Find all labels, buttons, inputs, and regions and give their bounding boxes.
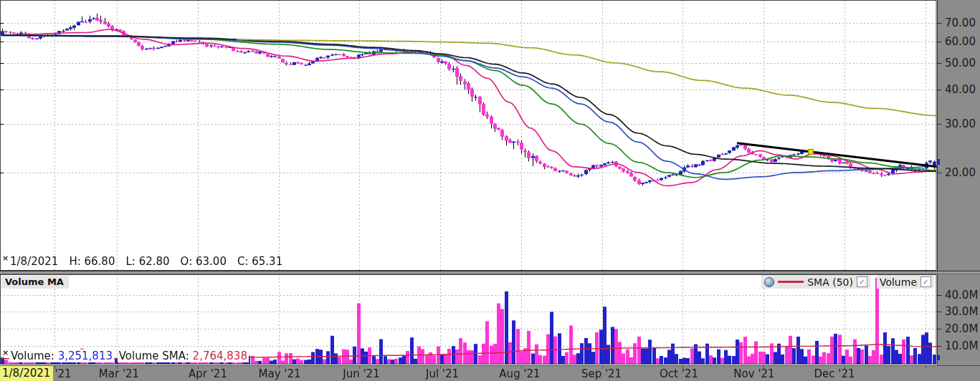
price-axis-tick	[938, 90, 941, 90]
volume-legend: SMA (50) ✓ Volume ✓	[761, 275, 934, 289]
price-axis-label: 60.00	[945, 35, 976, 48]
volume-axis-label: 20.0M	[945, 322, 978, 335]
month-tick	[845, 366, 845, 369]
price-axis-tick	[938, 173, 941, 173]
sma-check-icon[interactable]: ✓	[857, 276, 867, 287]
ohlc-high: H: 66.80	[69, 255, 115, 269]
stock-chart-app: 70.0060.0050.0040.0030.0020.0040.0M30.0M…	[0, 0, 980, 381]
volume-axis-label: 40.0M	[945, 289, 978, 302]
month-tick	[54, 366, 55, 369]
last-price-marker	[937, 159, 940, 165]
globe-icon	[764, 277, 774, 287]
volume-readout: Volume: 3,251,813 Volume SMA: 2,764,838	[9, 349, 249, 362]
sma-line-swatch	[778, 281, 804, 283]
price-axis-label: 70.00	[945, 16, 976, 29]
volume-axis-tick	[938, 295, 941, 296]
price-axis[interactable]: 70.0060.0050.0040.0030.0020.0040.0M30.0M…	[937, 0, 980, 365]
month-tick	[521, 366, 522, 369]
sma-legend-chip[interactable]: SMA (50) ✓	[761, 275, 870, 289]
volume-check-icon[interactable]: ✓	[920, 276, 931, 287]
sma-legend-label: SMA (50)	[807, 276, 853, 288]
volume-axis-tick	[938, 346, 941, 347]
month-label: Dec '21	[814, 367, 855, 380]
month-label: Nov '21	[733, 367, 774, 380]
month-label: Aug '21	[499, 367, 540, 380]
price-axis-tick	[938, 23, 941, 24]
month-label: Sep '21	[581, 367, 622, 380]
volume-legend-chip[interactable]: Volume ✓	[877, 275, 934, 289]
volume-value: Volume: 3,251,813	[9, 349, 114, 362]
volume-axis-tick	[938, 312, 941, 312]
month-tick	[198, 366, 199, 369]
price-axis-tick	[938, 63, 941, 64]
ohlc-low: L: 62.80	[125, 255, 169, 269]
last-volume-marker	[937, 355, 940, 360]
x-axis[interactable]: 1/8/2021 '21Mar '21Apr '21May '21Jun '21…	[0, 365, 980, 381]
month-label: '21	[54, 367, 71, 380]
month-tick	[279, 366, 280, 369]
month-tick	[440, 366, 441, 369]
month-label: Mar '21	[99, 367, 139, 380]
month-tick	[763, 366, 764, 369]
dismiss-ohlc-button[interactable]: ×	[2, 254, 9, 262]
price-axis-tick	[938, 124, 941, 125]
price-volume-chart[interactable]	[0, 0, 937, 365]
price-axis-tick	[938, 42, 941, 42]
ohlc-close: C: 65.31	[237, 255, 282, 269]
month-tick	[117, 366, 118, 369]
month-tick	[926, 366, 926, 369]
month-label: Jun '21	[343, 367, 379, 380]
ohlc-open: O: 63.00	[181, 255, 227, 269]
price-axis-label: 50.00	[945, 57, 976, 69]
month-label: Jul '21	[426, 367, 459, 380]
volume-sma-value: Volume SMA: 2,764,838	[118, 349, 249, 362]
selected-date-chip: 1/8/2021	[0, 366, 53, 381]
price-axis-label: 40.00	[945, 83, 976, 96]
volume-panel-title: Volume MA	[1, 276, 69, 289]
month-tick	[682, 366, 683, 369]
month-label: Oct '21	[660, 367, 698, 380]
volume-axis-label: 10.0M	[945, 339, 978, 352]
price-axis-label: 20.00	[945, 166, 976, 179]
month-tick	[602, 366, 603, 369]
volume-legend-label: Volume	[880, 276, 917, 288]
price-axis-label: 30.00	[945, 117, 976, 130]
volume-axis-label: 30.0M	[945, 305, 978, 318]
month-label: May '21	[259, 367, 301, 380]
month-label: Apr '21	[189, 367, 227, 380]
month-tick	[359, 366, 360, 369]
volume-axis-tick	[938, 329, 941, 329]
ohlc-readout: 1/8/2021 H: 66.80 L: 62.80 O: 63.00 C: 6…	[10, 255, 282, 269]
dismiss-volume-readout-button[interactable]: ×	[2, 349, 9, 357]
panel-separator[interactable]	[0, 271, 980, 274]
ohlc-date: 1/8/2021	[10, 255, 58, 269]
